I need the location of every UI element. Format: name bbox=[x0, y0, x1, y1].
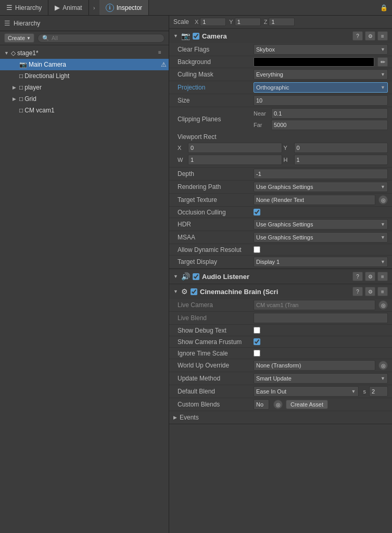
tree-item-cm-vcam1[interactable]: □ CM vcam1 bbox=[0, 105, 169, 116]
viewport-x-input[interactable] bbox=[188, 143, 282, 153]
update-method-dropdown[interactable]: Smart Update ▼ bbox=[254, 373, 388, 384]
background-color-edit-btn[interactable]: ✏ bbox=[377, 57, 388, 67]
clear-flags-row: Clear Flags Skybox ▼ bbox=[169, 43, 392, 56]
search-box[interactable]: 🔍 bbox=[37, 34, 165, 43]
hierarchy-tree: ▼ ◇ stage1* ≡ 📷 Main Camera ⚠ □ Directio… bbox=[0, 45, 169, 118]
scale-z-input[interactable] bbox=[269, 18, 295, 26]
update-method-value: Smart Update bbox=[256, 375, 292, 382]
hierarchy-header: ☰ Hierarchy bbox=[0, 16, 169, 31]
clipping-far-label: Far bbox=[254, 122, 269, 128]
audio-listener-title: Audio Listener bbox=[202, 273, 350, 281]
tab-hierarchy[interactable]: ☰ Hierarchy bbox=[0, 0, 48, 15]
inspector-panel: Scale X Y Z ▼ 📷 Camera ? bbox=[169, 16, 392, 533]
scale-y-input[interactable] bbox=[235, 18, 261, 26]
live-camera-dropdown[interactable]: CM vcam1 (Tran bbox=[254, 300, 375, 310]
culling-mask-dropdown[interactable]: Everything ▼ bbox=[254, 69, 388, 80]
tree-item-directional-light[interactable]: □ Directional Light bbox=[0, 70, 169, 82]
cinemachine-brain-header[interactable]: ▼ ⚙ Cinemachine Brain (Scri ? ⚙ ≡ bbox=[169, 284, 392, 299]
show-debug-text-row: Show Debug Text bbox=[169, 325, 392, 336]
background-color-swatch[interactable] bbox=[254, 57, 374, 67]
msaa-label: MSAA bbox=[178, 234, 250, 241]
cinemachine-enabled-checkbox[interactable] bbox=[191, 288, 197, 295]
hdr-dropdown[interactable]: Use Graphics Settings ▼ bbox=[254, 219, 388, 230]
world-up-override-select-btn[interactable]: ◎ bbox=[378, 361, 388, 370]
camera-warning-icon: ⚠ bbox=[161, 61, 167, 68]
default-blend-value: Ease In Out bbox=[256, 388, 286, 395]
camera-component-buttons: ? ⚙ ≡ bbox=[352, 31, 388, 41]
main-layout: ☰ Hierarchy Create ▼ 🔍 ▼ ◇ stage1* ≡ bbox=[0, 16, 392, 533]
tree-item-stage1[interactable]: ▼ ◇ stage1* ≡ bbox=[0, 47, 169, 59]
show-camera-frustum-checkbox[interactable] bbox=[254, 338, 260, 345]
tab-inspector[interactable]: ℹ Inspector bbox=[99, 0, 149, 15]
viewport-h-row: H bbox=[284, 155, 388, 165]
background-label: Background bbox=[178, 58, 250, 66]
live-blend-row: Live Blend bbox=[169, 312, 392, 325]
audio-listener-enabled-checkbox[interactable] bbox=[193, 273, 199, 280]
target-display-dropdown[interactable]: Display 1 ▼ bbox=[254, 257, 388, 267]
events-expand-arrow: ▶ bbox=[173, 415, 177, 420]
viewport-w-input[interactable] bbox=[188, 155, 282, 165]
audio-listener-help-btn[interactable]: ? bbox=[352, 272, 363, 281]
cinemachine-help-btn[interactable]: ? bbox=[352, 287, 363, 296]
hierarchy-toolbar: Create ▼ 🔍 bbox=[0, 31, 169, 45]
events-row[interactable]: ▶ Events bbox=[169, 411, 392, 424]
scale-x-field: X bbox=[195, 18, 226, 26]
default-blend-dropdown[interactable]: Ease In Out ▼ bbox=[254, 386, 359, 397]
world-up-override-dropdown[interactable]: None (Transform) bbox=[254, 360, 375, 371]
create-button[interactable]: Create ▼ bbox=[4, 33, 34, 43]
camera-menu-btn[interactable]: ≡ bbox=[377, 31, 388, 41]
target-texture-select-btn[interactable]: ◎ bbox=[378, 195, 388, 205]
tree-item-grid[interactable]: ▶ □ Grid bbox=[0, 93, 169, 105]
audio-listener-settings-btn[interactable]: ⚙ bbox=[365, 272, 375, 281]
audio-listener-section: ▼ 🔊 Audio Listener ? ⚙ ≡ bbox=[169, 269, 392, 284]
occlusion-culling-checkbox[interactable] bbox=[254, 209, 260, 215]
camera-help-btn[interactable]: ? bbox=[352, 31, 363, 41]
live-camera-value: CM vcam1 (Tran bbox=[256, 302, 299, 308]
create-asset-button[interactable]: Create Asset bbox=[286, 400, 328, 409]
audio-listener-header[interactable]: ▼ 🔊 Audio Listener ? ⚙ ≡ bbox=[169, 269, 392, 284]
live-camera-select-btn[interactable]: ◎ bbox=[378, 300, 388, 310]
clipping-far-input[interactable] bbox=[271, 120, 388, 130]
show-debug-text-checkbox[interactable] bbox=[254, 327, 260, 334]
target-texture-dropdown[interactable]: None (Render Text bbox=[254, 195, 375, 205]
size-row: Size bbox=[169, 94, 392, 107]
camera-component-icon: 📷 bbox=[181, 32, 190, 40]
rendering-path-row: Rendering Path Use Graphics Settings ▼ bbox=[169, 181, 392, 194]
cinemachine-title: Cinemachine Brain (Scri bbox=[200, 288, 350, 296]
scale-x-input[interactable] bbox=[200, 18, 226, 26]
size-input[interactable] bbox=[254, 95, 388, 106]
camera-component-header[interactable]: ▼ 📷 Camera ? ⚙ ≡ bbox=[169, 29, 392, 43]
viewport-y-input[interactable] bbox=[294, 143, 388, 153]
viewport-h-input[interactable] bbox=[294, 155, 388, 165]
depth-input[interactable] bbox=[254, 169, 388, 179]
audio-listener-menu-btn[interactable]: ≡ bbox=[377, 272, 388, 281]
hdr-row: HDR Use Graphics Settings ▼ bbox=[169, 218, 392, 231]
clipping-far-row: Far bbox=[254, 120, 388, 130]
live-camera-label: Live Camera bbox=[178, 301, 250, 309]
rendering-path-dropdown[interactable]: Use Graphics Settings ▼ bbox=[254, 182, 388, 192]
camera-settings-btn[interactable]: ⚙ bbox=[365, 31, 375, 41]
default-blend-s-input[interactable] bbox=[369, 386, 388, 397]
show-camera-frustum-row: Show Camera Frustum bbox=[169, 336, 392, 348]
ignore-time-scale-checkbox[interactable] bbox=[254, 350, 260, 357]
clear-flags-dropdown[interactable]: Skybox ▼ bbox=[254, 44, 388, 55]
clipping-near-input[interactable] bbox=[271, 108, 388, 119]
allow-dynamic-checkbox[interactable] bbox=[254, 246, 260, 253]
projection-dropdown[interactable]: Orthographic ▼ bbox=[254, 82, 388, 93]
custom-blends-select-btn[interactable]: ◎ bbox=[273, 400, 283, 409]
hdr-label: HDR bbox=[178, 221, 250, 228]
tree-item-player[interactable]: ▶ □ player bbox=[0, 82, 169, 93]
cinemachine-menu-btn[interactable]: ≡ bbox=[377, 287, 388, 296]
camera-enabled-checkbox[interactable] bbox=[193, 33, 199, 40]
hierarchy-title: Hierarchy bbox=[14, 20, 40, 27]
tree-item-main-camera[interactable]: 📷 Main Camera ⚠ bbox=[0, 59, 169, 70]
msaa-dropdown[interactable]: Use Graphics Settings ▼ bbox=[254, 232, 388, 243]
viewport-w-row: W bbox=[178, 155, 282, 165]
cinemachine-settings-btn[interactable]: ⚙ bbox=[365, 287, 375, 296]
tab-animator[interactable]: ▶ Animat bbox=[48, 0, 88, 15]
custom-blends-value-box: No bbox=[254, 399, 269, 410]
update-method-label: Update Method bbox=[178, 375, 250, 382]
custom-blends-label: Custom Blends bbox=[178, 401, 250, 408]
search-input[interactable] bbox=[52, 35, 160, 41]
cinemachine-expand: ▼ bbox=[173, 289, 179, 294]
